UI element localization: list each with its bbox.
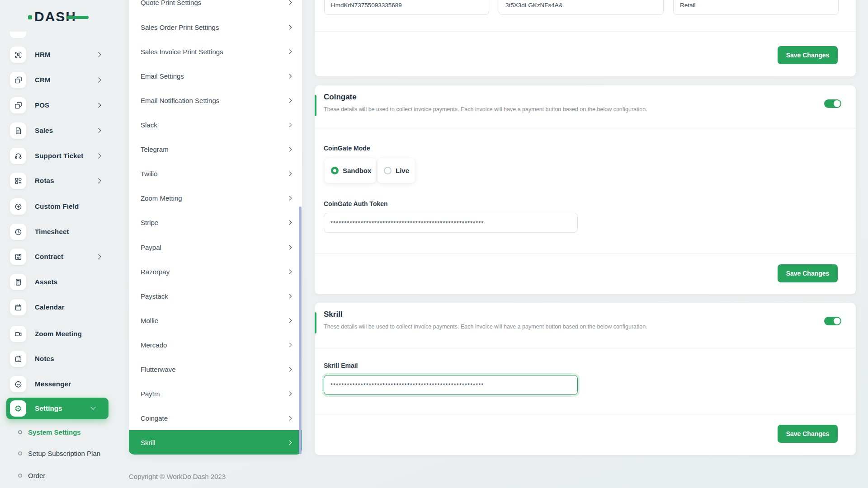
- save-changes-button[interactable]: Save Changes: [778, 425, 838, 443]
- settings-menu-item-label: Stripe: [141, 219, 158, 226]
- save-changes-button[interactable]: Save Changes: [778, 264, 838, 282]
- app-root: DASH HRM CRM POS Sales Support Ticket: [0, 0, 868, 488]
- settings-menu-item-label: Slack: [141, 121, 157, 129]
- sidebar-item-settings[interactable]: ⚙ Settings: [6, 398, 108, 419]
- settings-menu-item-quote-print[interactable]: Quote Print Settings: [129, 0, 302, 14]
- radio-on-icon: [331, 167, 339, 174]
- settings-menu-item-label: Sales Invoice Print Settings: [141, 48, 223, 56]
- settings-menu-item-label: Paystack: [141, 292, 168, 300]
- settings-menu-item-flutterwave[interactable]: Flutterwave: [129, 357, 302, 381]
- sidebar-subitem-system-settings[interactable]: System Settings: [0, 428, 122, 437]
- settings-menu-item-email-settings[interactable]: Email Settings: [129, 64, 302, 88]
- hrm-icon: [10, 47, 26, 63]
- sidebar-item-crm[interactable]: CRM: [0, 72, 118, 89]
- settings-menu-item-coingate[interactable]: Coingate: [129, 406, 302, 430]
- settings-menu-item-mercado[interactable]: Mercado: [129, 333, 302, 357]
- save-changes-button[interactable]: Save Changes: [778, 46, 838, 64]
- chevron-right-icon: [288, 98, 292, 103]
- sidebar-item-contract[interactable]: Contract: [0, 249, 118, 265]
- divider: [315, 253, 856, 254]
- settings-menu-item-twilio[interactable]: Twilio: [129, 161, 302, 186]
- rotas-icon: [10, 173, 26, 189]
- chevron-right-icon: [288, 343, 292, 347]
- divider: [315, 414, 856, 414]
- sidebar-item-pos[interactable]: POS: [0, 97, 118, 114]
- sidebar-item-label: Calendar: [35, 303, 65, 311]
- sidebar-item-label: CRM: [35, 76, 51, 84]
- settings-menu-item-stripe[interactable]: Stripe: [129, 210, 302, 235]
- chevron-right-icon: [288, 440, 292, 445]
- settings-menu-item-label: Email Notification Settings: [141, 97, 219, 104]
- zoom-meeting-icon: [10, 326, 26, 342]
- sidebar-subitem-label: Setup Subscription Plan: [28, 450, 100, 457]
- sidebar-item-label: HRM: [35, 51, 51, 58]
- settings-menu-item-label: Mercado: [141, 341, 167, 349]
- chevron-right-icon: [288, 318, 292, 323]
- assets-icon: [10, 274, 26, 290]
- skrill-enabled-toggle[interactable]: [824, 317, 841, 325]
- settings-menu-item-sales-invoice-print[interactable]: Sales Invoice Print Settings: [129, 39, 302, 64]
- settings-menu-item-skrill[interactable]: Skrill: [129, 430, 302, 455]
- sidebar-item-hrm[interactable]: HRM: [0, 47, 118, 63]
- chevron-right-icon: [288, 294, 292, 298]
- chevron-right-icon: [288, 196, 292, 200]
- settings-menu-item-label: Flutterwave: [141, 366, 176, 373]
- settings-menu-scrollbar-thumb[interactable]: [299, 206, 302, 454]
- sidebar-item-messenger[interactable]: Messenger: [0, 376, 118, 393]
- coingate-auth-token-input[interactable]: [324, 213, 578, 233]
- settings-menu-item-paystack[interactable]: Paystack: [129, 284, 302, 308]
- settings-menu-item-slack[interactable]: Slack: [129, 113, 302, 137]
- radio-option-label: Sandbox: [343, 167, 371, 174]
- messenger-icon: [10, 376, 26, 392]
- sidebar-item-timesheet[interactable]: Timesheet: [0, 224, 118, 240]
- settings-menu-item-label: Sales Order Print Settings: [141, 23, 219, 31]
- sidebar-item-zoom-meeting[interactable]: Zoom Meeting: [0, 326, 118, 343]
- sidebar-item-notes[interactable]: Notes: [0, 351, 118, 367]
- coingate-auth-token-label: CoinGate Auth Token: [324, 200, 388, 207]
- contract-icon: [10, 249, 26, 265]
- clipped-menu-icon: [10, 32, 26, 38]
- settings-menu-item-mollie[interactable]: Mollie: [129, 308, 302, 333]
- sidebar-item-sales[interactable]: Sales: [0, 122, 118, 139]
- sidebar-subitem-setup-subscription-plan[interactable]: Setup Subscription Plan: [0, 449, 122, 458]
- logo-accent-dot: [28, 15, 32, 19]
- chevron-right-icon: [96, 153, 101, 158]
- chevron-right-icon: [96, 178, 101, 183]
- coingate-mode-live-option[interactable]: Live: [377, 158, 415, 183]
- gateway-field-2[interactable]: [499, 0, 664, 15]
- chevron-right-icon: [288, 391, 292, 396]
- custom-field-icon: [10, 198, 26, 215]
- app-logo[interactable]: DASH: [28, 8, 100, 27]
- gateway-settings-card: Save Changes: [315, 0, 856, 76]
- settings-menu-item-paypal[interactable]: Paypal: [129, 235, 302, 259]
- coingate-mode-sandbox-option[interactable]: Sandbox: [325, 158, 376, 183]
- crm-icon: [10, 72, 26, 88]
- chevron-right-icon: [288, 245, 292, 249]
- sidebar-item-rotas[interactable]: Rotas: [0, 173, 118, 189]
- sidebar-item-custom-field[interactable]: Custom Field: [0, 198, 118, 215]
- settings-menu-item-telegram[interactable]: Telegram: [129, 137, 302, 161]
- settings-menu-item-paytm[interactable]: Paytm: [129, 381, 302, 406]
- settings-menu-item-label: Coingate: [141, 414, 168, 422]
- sidebar-subitem-label: System Settings: [28, 428, 81, 436]
- settings-menu-item-email-notification[interactable]: Email Notification Settings: [129, 88, 302, 113]
- settings-menu-panel: Quote Print Settings Sales Order Print S…: [129, 0, 302, 455]
- sidebar-item-support-ticket[interactable]: Support Ticket: [0, 148, 118, 164]
- sidebar-item-calendar[interactable]: Calendar: [0, 299, 118, 316]
- coingate-mode-label: CoinGate Mode: [324, 145, 370, 152]
- coingate-enabled-toggle[interactable]: [824, 99, 841, 108]
- settings-menu-item-sales-order-print[interactable]: Sales Order Print Settings: [129, 15, 302, 39]
- calendar-icon: [10, 299, 26, 315]
- skrill-card: Skrill These details will be used to col…: [315, 303, 856, 455]
- settings-menu-item-zoom-metting[interactable]: Zoom Metting: [129, 186, 302, 210]
- sidebar-item-label: Sales: [35, 127, 53, 134]
- gateway-field-1[interactable]: [324, 0, 489, 15]
- sidebar-subitem-order[interactable]: Order: [0, 471, 122, 480]
- skrill-email-input[interactable]: [324, 375, 578, 395]
- chevron-right-icon: [288, 49, 292, 54]
- sidebar-item-assets[interactable]: Assets: [0, 274, 118, 291]
- gateway-field-3[interactable]: [673, 0, 839, 15]
- sales-icon: [10, 122, 26, 139]
- sidebar-item-label: Rotas: [35, 177, 54, 184]
- settings-menu-item-razorpay[interactable]: Razorpay: [129, 259, 302, 284]
